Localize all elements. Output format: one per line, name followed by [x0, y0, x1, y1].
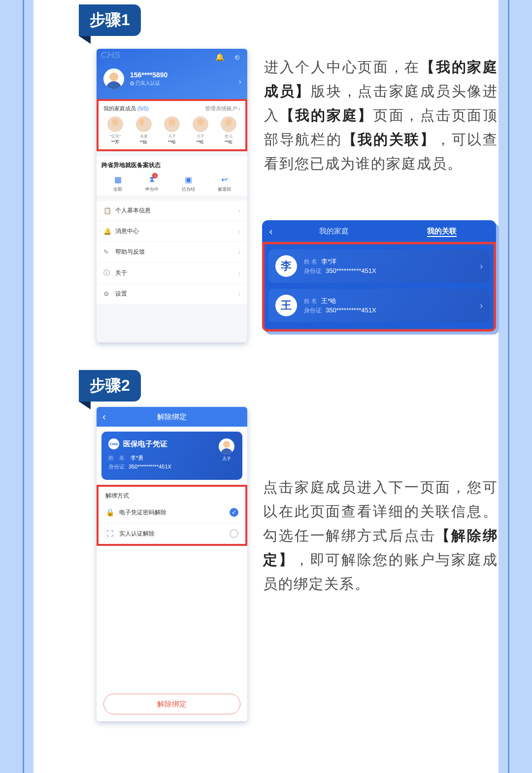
family-member[interactable]: *父亲***芳 [102, 116, 128, 145]
relation-item[interactable]: 王 姓 名王*哈 身份证350**********451X › [268, 289, 490, 322]
unbind-methods: 解绑方式 🔒电子凭证密码解除 ⛶实人认证解除 [97, 485, 247, 546]
menu-messages[interactable]: 🔔消息中心› [97, 221, 247, 242]
phone2-title: 解除绑定 [157, 412, 187, 422]
menu-help[interactable]: ✎帮助与反馈› [97, 242, 247, 263]
menu-settings[interactable]: ⚙设置› [97, 284, 247, 304]
step1-phone-screenshot: CHS 🔔 ⎋ 156****5890 ✪已实人认证 › 我的家庭成员 (5/5… [97, 49, 247, 342]
chevron-right-icon: › [238, 269, 240, 277]
gear-icon: ⚙ [103, 290, 110, 298]
step2-description: 点击家庭成员进入下一页面，您可以在此页面查看详细的关联信息。勾选任一解绑方式后点… [263, 475, 498, 596]
step2-phone-screenshot: ‹ 解除绑定 CHS 医保电子凭证 姓 名李*勇 身份证350*********… [97, 407, 247, 721]
family-list: *父亲***芳 夫妻**娃 儿子**哈 儿子**哈 女儿**哈 [101, 116, 242, 145]
radio-unchecked-icon[interactable] [230, 529, 238, 538]
family-member[interactable]: 儿子**哈 [159, 116, 185, 145]
avatar [103, 68, 124, 89]
bell-icon[interactable]: 🔔 [215, 53, 225, 62]
radio-checked-icon[interactable] [230, 508, 238, 517]
status-done[interactable]: ▣已办结 [182, 174, 195, 193]
step-1-tag: 步骤1 [79, 4, 141, 36]
relation-list: 李 姓 名李*洋 身份证350**********451X › 王 姓 名王*哈… [262, 242, 496, 332]
insurance-card: CHS 医保电子凭证 姓 名李*勇 身份证350**********451X 儿… [101, 432, 242, 480]
chevron-right-icon: › [480, 261, 483, 271]
back-icon[interactable]: ‹ [262, 226, 280, 237]
chevron-right-icon: › [238, 290, 240, 298]
profile-icon: 📋 [103, 207, 110, 214]
family-member[interactable]: 夫妻**娃 [131, 116, 157, 145]
unbind-option-realname[interactable]: ⛶实人认证解除 [99, 523, 245, 544]
step-2-tag: 步骤2 [79, 370, 141, 402]
bell-icon: 🔔 [103, 228, 110, 235]
pencil-icon: ✎ [103, 248, 110, 256]
member-avatar: 儿子 [219, 438, 234, 462]
tab-my-relation[interactable]: 我的关联 [388, 227, 497, 236]
chevron-right-icon: › [238, 207, 240, 214]
brand-logo: CHS [100, 50, 120, 61]
family-member[interactable]: 儿子**哈 [188, 116, 213, 145]
tab-my-family[interactable]: 我的家庭 [280, 227, 388, 236]
surname-avatar: 王 [275, 295, 297, 316]
page-left-border [23, 0, 24, 773]
chevron-right-icon: › [480, 301, 483, 311]
menu-personal-info[interactable]: 📋个人基本信息› [97, 201, 247, 221]
manage-family-link[interactable]: 管理亲情账户› [205, 105, 240, 112]
surname-avatar: 李 [275, 255, 297, 277]
my-relation-panel: ‹ 我的家庭 我的关联 李 姓 名李*洋 身份证350**********451… [262, 220, 496, 332]
chevron-right-icon: › [238, 248, 240, 256]
profile-block[interactable]: 156****5890 ✪已实人认证 [103, 68, 167, 89]
status-all[interactable]: ▦全部 [113, 174, 123, 193]
page-right-border [508, 0, 509, 773]
lock-icon: 🔒 [105, 508, 114, 517]
chevron-right-icon: › [238, 228, 240, 235]
methods-title: 解绑方式 [99, 487, 245, 502]
status-title: 跨省异地就医备案状态 [101, 161, 242, 169]
face-scan-icon: ⛶ [105, 529, 114, 538]
page: 步骤1 CHS 🔔 ⎋ 156****5890 ✪已实人认证 › 我的家庭成员 … [33, 0, 499, 773]
family-member[interactable]: 女儿**哈 [216, 116, 241, 145]
menu-about[interactable]: ⓘ关于› [97, 263, 247, 284]
card-title: CHS 医保电子凭证 [108, 438, 235, 449]
settings-menu: 📋个人基本信息› 🔔消息中心› ✎帮助与反馈› ⓘ关于› ⚙设置› [97, 201, 247, 304]
exit-icon[interactable]: ⎋ [235, 53, 239, 61]
verified-badge: ✪已实人认证 [130, 80, 167, 87]
phone2-header: ‹ 解除绑定 [97, 407, 247, 427]
info-icon: ⓘ [103, 269, 110, 277]
back-icon[interactable]: ‹ [102, 411, 106, 422]
status-returned[interactable]: ↩被退回 [218, 174, 231, 193]
relation-item[interactable]: 李 姓 名李*洋 身份证350**********451X › [268, 249, 490, 283]
cross-province-status: 跨省异地就医备案状态 ▦全部 ⧗1申办中 ▣已办结 ↩被退回 [97, 156, 247, 196]
step1-description: 进入个人中心页面，在【我的家庭成员】版块，点击家庭成员头像进入【我的家庭】页面，… [264, 55, 498, 176]
status-processing[interactable]: ⧗1申办中 [145, 174, 159, 193]
chs-logo-icon: CHS [108, 438, 119, 449]
unbind-button[interactable]: 解除绑定 [103, 694, 240, 714]
unbind-option-password[interactable]: 🔒电子凭证密码解除 [99, 502, 245, 523]
chevron-right-icon: › [239, 77, 241, 86]
phone-number: 156****5890 [130, 71, 167, 79]
family-members-section[interactable]: 我的家庭成员 (5/5) 管理亲情账户› *父亲***芳 夫妻**娃 儿子**哈… [97, 99, 247, 151]
family-title: 我的家庭成员 (5/5) [103, 105, 149, 112]
phone1-header: CHS 🔔 ⎋ 156****5890 ✪已实人认证 › [97, 49, 247, 99]
